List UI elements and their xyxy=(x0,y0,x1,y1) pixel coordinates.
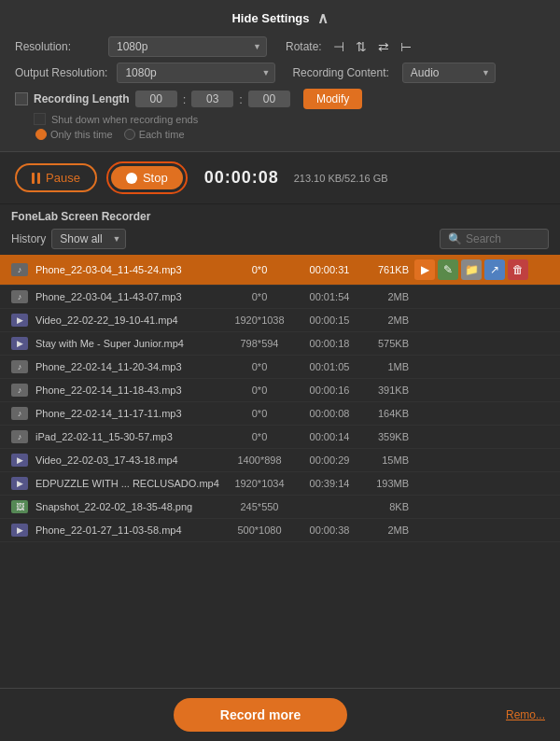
file-size: 391KB xyxy=(362,384,409,396)
file-name: Phone_22-01-27_11-03-58.mp4 xyxy=(35,524,222,536)
file-size: 2MB xyxy=(362,291,409,302)
shutdown-checkbox[interactable] xyxy=(34,113,46,125)
pause-button[interactable]: Pause xyxy=(15,163,97,192)
file-name: Video_22-02-22_19-10-41.mp4 xyxy=(35,315,222,326)
file-size: 575KB xyxy=(362,338,409,349)
each-time-option[interactable]: Each time xyxy=(124,129,185,140)
file-thumbnail: ♪ xyxy=(11,430,28,443)
file-duration: 00:00:29 xyxy=(297,454,362,466)
list-item[interactable]: ♪ Phone_22-03-04_11-45-24.mp3 0*0 00:00:… xyxy=(0,255,560,286)
file-size: 359KB xyxy=(362,431,409,442)
resolution-row: Resolution: 1080p Rotate: ⊣ ⇅ ⇄ ⊢ xyxy=(15,36,545,57)
file-resolution: 0*0 xyxy=(222,361,297,372)
history-filter-select[interactable]: Show all xyxy=(51,229,126,249)
search-icon: 🔍 xyxy=(448,232,462,245)
file-size: 15MB xyxy=(362,454,409,466)
list-item[interactable]: ♪ Phone_22-02-14_11-17-11.mp3 0*0 00:00:… xyxy=(0,402,560,426)
resolution-select[interactable]: 1080p xyxy=(108,36,267,57)
time-seconds-input[interactable] xyxy=(248,91,290,107)
delete-button[interactable]: 🗑 xyxy=(508,259,528,280)
file-actions: ▶ ✎ 📁 ↗ 🗑 xyxy=(414,259,528,280)
file-thumbnail: ♪ xyxy=(11,290,28,303)
rotate-left-btn[interactable]: ⊣ xyxy=(329,37,348,56)
recording-length-checkbox[interactable] xyxy=(15,92,28,105)
modify-button[interactable]: Modify xyxy=(303,89,362,109)
stop-button[interactable]: Stop xyxy=(111,166,183,189)
file-size: 761KB xyxy=(362,264,409,275)
list-item[interactable]: ▶ EDPUZZLE WITH ... RECLUSADO.mp4 1920*1… xyxy=(0,472,560,496)
recording-content-select-wrapper: Audio xyxy=(402,63,496,83)
file-duration: 00:00:14 xyxy=(297,431,362,442)
file-duration: 00:01:54 xyxy=(297,291,362,302)
recording-content-label: Recording Content: xyxy=(292,66,388,79)
file-duration: 00:00:15 xyxy=(297,315,362,326)
recording-length-row: Recording Length : : Modify xyxy=(15,89,545,109)
show-all-wrapper: Show all xyxy=(51,229,126,249)
file-duration: 00:01:05 xyxy=(297,361,362,372)
file-type-icon: ♪ xyxy=(18,385,22,395)
file-type-icon: ▶ xyxy=(17,525,23,535)
output-resolution-select[interactable]: 1080p xyxy=(117,63,275,83)
file-thumbnail: ▶ xyxy=(11,337,28,350)
list-item[interactable]: ♪ Phone_22-02-14_11-18-43.mp3 0*0 00:00:… xyxy=(0,379,560,402)
search-box[interactable]: 🔍 xyxy=(440,229,549,249)
only-this-time-option[interactable]: Only this time xyxy=(35,129,113,140)
file-duration: 00:00:38 xyxy=(297,524,362,536)
file-name: Phone_22-03-04_11-45-24.mp3 xyxy=(35,264,222,275)
settings-panel: Hide Settings ∧ Resolution: 1080p Rotate… xyxy=(0,0,560,152)
resolution-label: Resolution: xyxy=(15,40,99,53)
folder-button[interactable]: 📁 xyxy=(461,259,482,280)
list-item[interactable]: 🖼 Snapshot_22-02-02_18-35-48.png 245*550… xyxy=(0,496,560,519)
file-size: 164KB xyxy=(362,408,409,419)
rotate-group: Rotate: ⊣ ⇅ ⇄ ⊢ xyxy=(286,37,415,56)
file-name: Phone_22-03-04_11-43-07.mp3 xyxy=(35,291,222,302)
file-type-icon: 🖼 xyxy=(16,502,24,511)
remove-link[interactable]: Remo... xyxy=(506,708,545,721)
file-resolution: 0*0 xyxy=(222,408,297,419)
file-duration: 00:00:08 xyxy=(297,408,362,419)
list-item[interactable]: ▶ Phone_22-01-27_11-03-58.mp4 500*1080 0… xyxy=(0,519,560,542)
list-item[interactable]: ▶ Video_22-02-03_17-43-18.mp4 1400*898 0… xyxy=(0,449,560,472)
file-thumbnail: ▶ xyxy=(11,524,28,537)
file-thumbnail: 🖼 xyxy=(11,500,28,513)
list-item[interactable]: ♪ Phone_22-02-14_11-20-34.mp3 0*0 00:01:… xyxy=(0,356,560,379)
hide-settings-title: Hide Settings xyxy=(231,11,309,25)
chevron-up-icon[interactable]: ∧ xyxy=(317,9,329,27)
search-input[interactable] xyxy=(466,232,540,245)
time-minutes-input[interactable] xyxy=(191,91,233,107)
each-time-label: Each time xyxy=(139,129,185,140)
rotate-flip-v-btn[interactable]: ⇄ xyxy=(374,37,393,56)
edit-button[interactable]: ✎ xyxy=(438,259,458,280)
record-more-button[interactable]: Record more xyxy=(174,698,347,732)
file-thumbnail: ♪ xyxy=(11,263,28,276)
time-hours-input[interactable] xyxy=(135,91,177,107)
share-button[interactable]: ↗ xyxy=(484,259,505,280)
file-duration: 00:00:16 xyxy=(297,384,362,396)
only-this-time-radio[interactable] xyxy=(35,129,47,140)
output-resolution-select-wrapper: 1080p xyxy=(117,63,275,83)
play-button[interactable]: ▶ xyxy=(414,259,435,280)
file-list: ♪ Phone_22-03-04_11-45-24.mp3 0*0 00:00:… xyxy=(0,255,560,553)
file-duration: 00:39:14 xyxy=(297,478,362,489)
file-type-icon: ▶ xyxy=(17,339,23,348)
control-bar: Pause Stop 00:00:08 213.10 KB/52.16 GB xyxy=(0,152,560,204)
list-item[interactable]: ▶ Stay with Me - Super Junior.mp4 798*59… xyxy=(0,332,560,356)
file-duration: 00:00:18 xyxy=(297,338,362,349)
file-size: 2MB xyxy=(362,524,409,536)
file-type-icon: ▶ xyxy=(17,479,23,488)
file-name: Phone_22-02-14_11-18-43.mp3 xyxy=(35,384,222,396)
file-name: Phone_22-02-14_11-20-34.mp3 xyxy=(35,361,222,372)
stop-icon xyxy=(126,173,137,184)
recording-content-select[interactable]: Audio xyxy=(402,63,496,83)
list-item[interactable]: ♪ iPad_22-02-11_15-30-57.mp3 0*0 00:00:1… xyxy=(0,426,560,449)
list-item[interactable]: ♪ Phone_22-03-04_11-43-07.mp3 0*0 00:01:… xyxy=(0,286,560,309)
list-item[interactable]: ▶ Video_22-02-22_19-10-41.mp4 1920*1038 … xyxy=(0,309,560,332)
rotate-flip-h-btn[interactable]: ⇅ xyxy=(352,37,371,56)
file-resolution: 0*0 xyxy=(222,431,297,442)
file-size-display: 213.10 KB/52.16 GB xyxy=(294,173,388,184)
file-resolution: 0*0 xyxy=(222,264,297,275)
rotate-right-btn[interactable]: ⊢ xyxy=(397,37,415,56)
stop-button-wrapper: Stop xyxy=(106,161,188,194)
each-time-radio[interactable] xyxy=(124,129,135,140)
file-type-icon: ♪ xyxy=(18,432,22,441)
